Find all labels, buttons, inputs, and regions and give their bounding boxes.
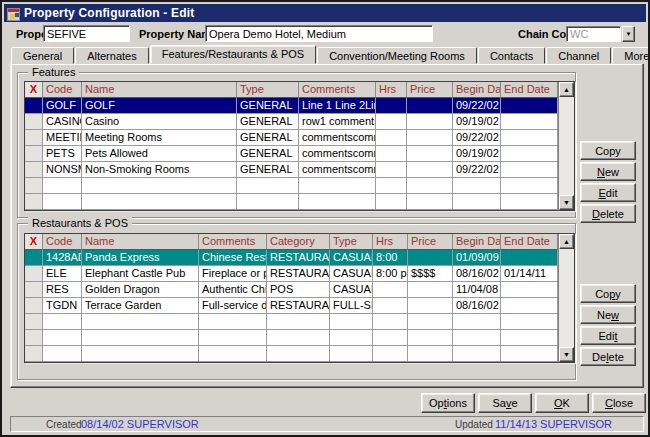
table-row[interactable]: TGDNTerrace GardenFull-service dininREST… — [25, 298, 574, 314]
cell-type: CASUAL — [330, 282, 373, 298]
column-header-name: Name — [82, 234, 199, 250]
down-arrow-icon: ▼ — [626, 31, 632, 37]
cell-code — [43, 194, 82, 210]
cell-name: Non-Smoking Rooms — [82, 162, 237, 178]
tab-more[interactable]: More — [612, 47, 650, 64]
cell-x — [25, 346, 43, 362]
cell-comments: Fireplace or pat — [199, 266, 267, 282]
options-button[interactable]: Options — [421, 393, 475, 413]
column-header-hrs: Hrs — [373, 234, 408, 250]
tab-alternates[interactable]: Alternates — [75, 47, 149, 64]
cell-price — [407, 130, 453, 146]
cell-price: $$$$ — [408, 266, 453, 282]
cell-comments: row1 comments o — [299, 114, 376, 130]
cell-begin-date: 09/22/02 — [453, 162, 501, 178]
cell-comments: Chinese Restau — [199, 250, 267, 266]
cell-price — [408, 346, 453, 362]
table-row[interactable]: CASINOCasinoGENERALrow1 comments o09/19/… — [25, 114, 574, 130]
cell-type: CASUAL D — [330, 266, 373, 282]
cell-end-date — [501, 146, 558, 162]
cell-end-date — [501, 162, 558, 178]
cell-type — [237, 194, 299, 210]
chain-code-lov-button[interactable]: ▼ — [622, 26, 635, 42]
restaurants-group-label: Restaurants & POS — [28, 217, 132, 229]
table-row[interactable] — [25, 314, 574, 330]
cell-comments — [199, 314, 267, 330]
cell-type — [330, 346, 373, 362]
status-bar: Created 08/14/02 SUPERVISOR Updated 11/1… — [10, 416, 644, 432]
column-header-type: Type — [330, 234, 373, 250]
chain-code-input[interactable] — [566, 26, 621, 42]
scrollbar-down-button[interactable]: ▼ — [559, 195, 574, 210]
title-bar[interactable]: Property Configuration - Edit — [4, 4, 646, 22]
cell-category — [267, 314, 330, 330]
cell-price — [407, 194, 453, 210]
tab-features-restaurants-pos[interactable]: Features/Restaurants & POS — [150, 45, 316, 64]
cell-begin-date — [453, 314, 501, 330]
table-row[interactable]: PETSPets AllowedGENERALcommentscomme09/1… — [25, 146, 574, 162]
cell-begin-date: 09/19/02 — [453, 114, 501, 130]
restaurants-button-stack: CopyNewEditDelete — [580, 284, 636, 368]
tab-general[interactable]: General — [11, 47, 74, 64]
cell-hrs — [376, 178, 407, 194]
table-row[interactable] — [25, 178, 574, 194]
cell-comments: Line 1 Line 2Line — [299, 98, 376, 114]
cell-name: Pets Allowed — [82, 146, 237, 162]
cell-code: RES — [43, 282, 82, 298]
table-header-row: XCodeNameCommentsCategoryTypeHrsPriceBeg… — [25, 234, 574, 250]
restaurants-edit-button[interactable]: Edit — [580, 326, 636, 345]
table-row[interactable]: MEETINGMeeting RoomsGENERALcommentscomme… — [25, 130, 574, 146]
cell-category: RESTAURANT — [267, 250, 330, 266]
property-name-input[interactable] — [205, 25, 433, 42]
cell-type: GENERAL — [237, 98, 299, 114]
cell-end-date — [501, 330, 558, 346]
cell-comments: Authentic Chines — [199, 282, 267, 298]
close-button[interactable]: Close — [592, 393, 646, 413]
save-button[interactable]: Save — [478, 393, 532, 413]
table-row[interactable]: ELEElephant Castle PubFireplace or patRE… — [25, 266, 574, 282]
table-row[interactable] — [25, 330, 574, 346]
table-row[interactable] — [25, 194, 574, 210]
property-input[interactable] — [43, 25, 130, 42]
column-header-price: Price — [407, 82, 453, 98]
cell-comments — [299, 178, 376, 194]
cell-price — [408, 330, 453, 346]
cell-price — [408, 298, 453, 314]
column-header-hrs: Hrs — [376, 82, 407, 98]
features-delete-button[interactable]: Delete — [580, 204, 636, 223]
features-copy-button[interactable]: Copy — [580, 141, 636, 160]
features-edit-button[interactable]: Edit — [580, 183, 636, 202]
features-new-button[interactable]: New — [580, 162, 636, 181]
cell-hrs — [373, 282, 408, 298]
vertical-scrollbar[interactable]: ▲▼ — [558, 234, 574, 362]
created-value: 08/14/02 SUPERVISOR — [81, 418, 199, 430]
ok-button[interactable]: OK — [535, 393, 589, 413]
cell-hrs — [376, 162, 407, 178]
restaurants-copy-button[interactable]: Copy — [580, 284, 636, 303]
cell-code — [43, 178, 82, 194]
cell-code: NONSMK — [43, 162, 82, 178]
tab-channel[interactable]: Channel — [546, 47, 611, 64]
table-row[interactable]: RESGolden DragonAuthentic ChinesPOSCASUA… — [25, 282, 574, 298]
tab-contacts[interactable]: Contacts — [478, 47, 545, 64]
table-row[interactable]: GOLFGOLFGENERALLine 1 Line 2Line09/22/02 — [25, 98, 574, 114]
cell-code: GOLF — [43, 98, 82, 114]
table-row[interactable]: 1428ADPanda ExpressChinese RestauRESTAUR… — [25, 250, 574, 266]
cell-comments: commentscomme — [299, 146, 376, 162]
restaurants-delete-button[interactable]: Delete — [580, 347, 636, 366]
cell-hrs — [373, 346, 408, 362]
column-header-begin-date: Begin Date — [453, 234, 501, 250]
cell-price — [408, 282, 453, 298]
cell-name: Panda Express — [82, 250, 199, 266]
table-row[interactable]: NONSMKNon-Smoking RoomsGENERALcommentsco… — [25, 162, 574, 178]
scrollbar-up-button[interactable]: ▲ — [559, 82, 574, 97]
scrollbar-down-button[interactable]: ▼ — [559, 347, 574, 362]
features-table: XCodeNameTypeCommentsHrsPriceBegin DateE… — [24, 81, 575, 211]
restaurants-new-button[interactable]: New — [580, 305, 636, 324]
scrollbar-up-button[interactable]: ▲ — [559, 234, 574, 249]
tab-convention-meeting-rooms[interactable]: Convention/Meeting Rooms — [317, 47, 477, 64]
table-row[interactable] — [25, 346, 574, 362]
cell-x — [25, 314, 43, 330]
vertical-scrollbar[interactable]: ▲▼ — [558, 82, 574, 210]
cell-x — [25, 250, 43, 266]
